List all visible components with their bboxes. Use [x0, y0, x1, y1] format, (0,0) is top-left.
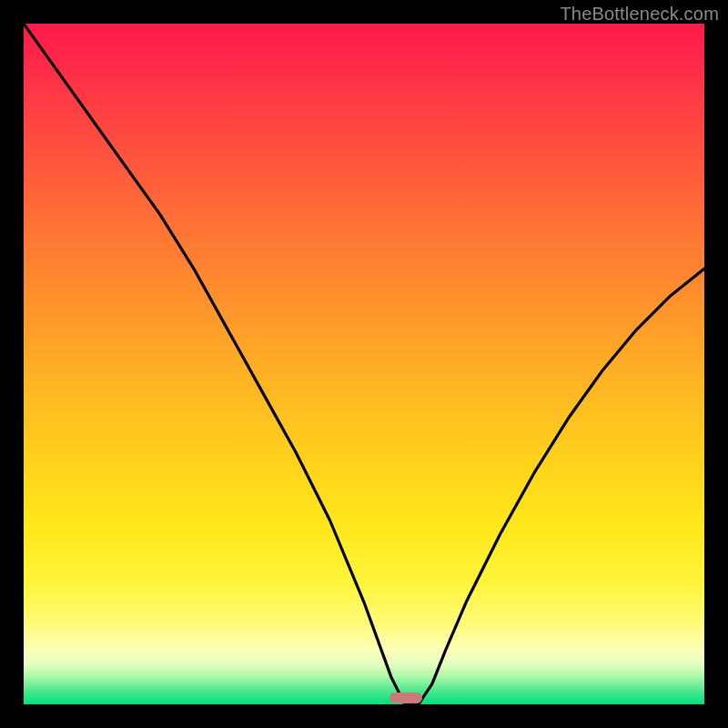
- curve-layer: [24, 24, 704, 704]
- minimum-marker: [389, 693, 422, 703]
- plot-area: [24, 24, 704, 704]
- chart-frame: TheBottleneck.com: [0, 0, 728, 728]
- watermark-text: TheBottleneck.com: [560, 4, 719, 25]
- bottleneck-curve: [24, 24, 704, 704]
